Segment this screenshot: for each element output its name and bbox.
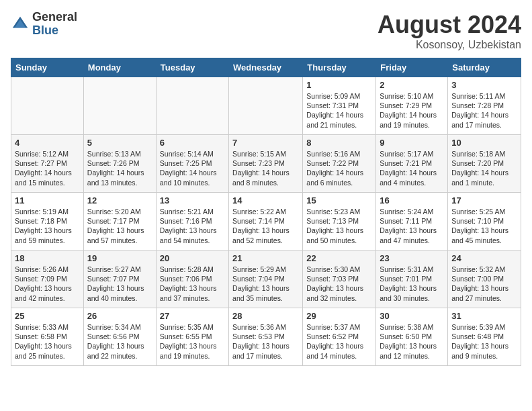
- day-number: 23: [380, 253, 444, 263]
- day-number: 4: [15, 138, 80, 148]
- logo-blue-text: Blue: [32, 24, 77, 38]
- day-number: 25: [15, 311, 80, 321]
- day-number: 1: [306, 80, 372, 90]
- day-number: 22: [306, 253, 372, 263]
- calendar-cell: [83, 77, 156, 135]
- day-info: Sunrise: 5:28 AMSunset: 7:06 PMDaylight:…: [160, 265, 225, 303]
- day-number: 19: [87, 253, 152, 263]
- day-number: 28: [232, 311, 299, 321]
- day-info: Sunrise: 5:23 AMSunset: 7:13 PMDaylight:…: [306, 207, 372, 245]
- day-info: Sunrise: 5:11 AMSunset: 7:28 PMDaylight:…: [451, 91, 517, 130]
- day-number: 31: [451, 311, 517, 321]
- calendar-cell: 17Sunrise: 5:25 AMSunset: 7:10 PMDayligh…: [448, 193, 521, 250]
- day-number: 12: [87, 195, 152, 205]
- day-number: 7: [232, 138, 299, 148]
- day-info: Sunrise: 5:30 AMSunset: 7:03 PMDaylight:…: [306, 265, 372, 303]
- day-info: Sunrise: 5:25 AMSunset: 7:10 PMDaylight:…: [451, 207, 517, 245]
- calendar-cell: [11, 77, 84, 135]
- calendar-week-4: 18Sunrise: 5:26 AMSunset: 7:09 PMDayligh…: [11, 250, 521, 308]
- day-info: Sunrise: 5:35 AMSunset: 6:55 PMDaylight:…: [160, 322, 225, 361]
- day-number: 20: [160, 253, 225, 263]
- day-number: 30: [380, 311, 444, 321]
- day-number: 17: [451, 195, 517, 205]
- calendar-cell: 19Sunrise: 5:27 AMSunset: 7:07 PMDayligh…: [83, 250, 156, 308]
- day-number: 9: [380, 138, 444, 148]
- day-number: 5: [87, 138, 152, 148]
- calendar-cell: 15Sunrise: 5:23 AMSunset: 7:13 PMDayligh…: [303, 193, 376, 250]
- day-number: 24: [451, 253, 517, 263]
- calendar-table: SundayMondayTuesdayWednesdayThursdayFrid…: [11, 58, 521, 366]
- day-info: Sunrise: 5:31 AMSunset: 7:01 PMDaylight:…: [380, 265, 444, 303]
- day-number: 16: [380, 195, 444, 205]
- day-info: Sunrise: 5:37 AMSunset: 6:52 PMDaylight:…: [306, 322, 372, 361]
- day-info: Sunrise: 5:27 AMSunset: 7:07 PMDaylight:…: [87, 265, 152, 303]
- calendar-cell: 26Sunrise: 5:34 AMSunset: 6:56 PMDayligh…: [83, 308, 156, 366]
- calendar-cell: 22Sunrise: 5:30 AMSunset: 7:03 PMDayligh…: [303, 250, 376, 308]
- calendar-cell: 4Sunrise: 5:12 AMSunset: 7:27 PMDaylight…: [11, 135, 84, 193]
- day-info: Sunrise: 5:20 AMSunset: 7:17 PMDaylight:…: [87, 207, 152, 245]
- day-number: 18: [15, 253, 80, 263]
- day-info: Sunrise: 5:10 AMSunset: 7:29 PMDaylight:…: [380, 91, 444, 130]
- calendar-cell: [156, 77, 228, 135]
- day-number: 27: [160, 311, 225, 321]
- day-info: Sunrise: 5:14 AMSunset: 7:25 PMDaylight:…: [160, 149, 225, 187]
- day-number: 10: [451, 138, 517, 148]
- calendar-cell: 25Sunrise: 5:33 AMSunset: 6:58 PMDayligh…: [11, 308, 84, 366]
- page-header: General Blue August 2024 Kosonsoy, Uzbek…: [11, 11, 521, 51]
- day-info: Sunrise: 5:19 AMSunset: 7:18 PMDaylight:…: [15, 207, 80, 245]
- calendar-week-1: 1Sunrise: 5:09 AMSunset: 7:31 PMDaylight…: [11, 77, 521, 135]
- day-info: Sunrise: 5:17 AMSunset: 7:21 PMDaylight:…: [380, 149, 444, 187]
- calendar-cell: 3Sunrise: 5:11 AMSunset: 7:28 PMDaylight…: [448, 77, 521, 135]
- logo-text: General Blue: [32, 11, 77, 38]
- day-header-sunday: Sunday: [11, 58, 84, 77]
- day-info: Sunrise: 5:15 AMSunset: 7:23 PMDaylight:…: [232, 149, 299, 187]
- day-number: 13: [160, 195, 225, 205]
- day-info: Sunrise: 5:22 AMSunset: 7:14 PMDaylight:…: [232, 207, 299, 245]
- calendar-cell: 27Sunrise: 5:35 AMSunset: 6:55 PMDayligh…: [156, 308, 228, 366]
- day-number: 8: [306, 138, 372, 148]
- day-header-thursday: Thursday: [303, 58, 376, 77]
- logo-icon: [11, 15, 30, 34]
- calendar-cell: 23Sunrise: 5:31 AMSunset: 7:01 PMDayligh…: [376, 250, 448, 308]
- calendar-cell: 24Sunrise: 5:32 AMSunset: 7:00 PMDayligh…: [448, 250, 521, 308]
- calendar-cell: 1Sunrise: 5:09 AMSunset: 7:31 PMDaylight…: [303, 77, 376, 135]
- calendar-cell: 6Sunrise: 5:14 AMSunset: 7:25 PMDaylight…: [156, 135, 228, 193]
- day-header-monday: Monday: [83, 58, 156, 77]
- calendar-week-5: 25Sunrise: 5:33 AMSunset: 6:58 PMDayligh…: [11, 308, 521, 366]
- calendar-cell: 18Sunrise: 5:26 AMSunset: 7:09 PMDayligh…: [11, 250, 84, 308]
- day-number: 29: [306, 311, 372, 321]
- logo-general-text: General: [32, 11, 77, 24]
- calendar-cell: 30Sunrise: 5:38 AMSunset: 6:50 PMDayligh…: [376, 308, 448, 366]
- subtitle: Kosonsoy, Uzbekistan: [378, 39, 521, 51]
- day-info: Sunrise: 5:36 AMSunset: 6:53 PMDaylight:…: [232, 322, 299, 361]
- day-header-saturday: Saturday: [448, 58, 521, 77]
- calendar-cell: 10Sunrise: 5:18 AMSunset: 7:20 PMDayligh…: [448, 135, 521, 193]
- calendar-cell: 13Sunrise: 5:21 AMSunset: 7:16 PMDayligh…: [156, 193, 228, 250]
- main-title: August 2024: [378, 11, 521, 39]
- calendar-cell: 16Sunrise: 5:24 AMSunset: 7:11 PMDayligh…: [376, 193, 448, 250]
- day-number: 15: [306, 195, 372, 205]
- logo: General Blue: [11, 11, 77, 38]
- calendar-cell: 7Sunrise: 5:15 AMSunset: 7:23 PMDaylight…: [229, 135, 303, 193]
- day-info: Sunrise: 5:33 AMSunset: 6:58 PMDaylight:…: [15, 322, 80, 361]
- calendar-cell: [229, 77, 303, 135]
- day-info: Sunrise: 5:39 AMSunset: 6:48 PMDaylight:…: [451, 322, 517, 361]
- day-number: 21: [232, 253, 299, 263]
- day-header-friday: Friday: [376, 58, 448, 77]
- calendar-cell: 21Sunrise: 5:29 AMSunset: 7:04 PMDayligh…: [229, 250, 303, 308]
- day-info: Sunrise: 5:29 AMSunset: 7:04 PMDaylight:…: [232, 265, 299, 303]
- day-info: Sunrise: 5:16 AMSunset: 7:22 PMDaylight:…: [306, 149, 372, 187]
- day-info: Sunrise: 5:32 AMSunset: 7:00 PMDaylight:…: [451, 265, 517, 303]
- day-info: Sunrise: 5:24 AMSunset: 7:11 PMDaylight:…: [380, 207, 444, 245]
- day-number: 3: [451, 80, 517, 90]
- calendar-cell: 29Sunrise: 5:37 AMSunset: 6:52 PMDayligh…: [303, 308, 376, 366]
- day-info: Sunrise: 5:26 AMSunset: 7:09 PMDaylight:…: [15, 265, 80, 303]
- day-info: Sunrise: 5:09 AMSunset: 7:31 PMDaylight:…: [306, 91, 372, 130]
- calendar-cell: 9Sunrise: 5:17 AMSunset: 7:21 PMDaylight…: [376, 135, 448, 193]
- calendar-cell: 20Sunrise: 5:28 AMSunset: 7:06 PMDayligh…: [156, 250, 228, 308]
- calendar-cell: 14Sunrise: 5:22 AMSunset: 7:14 PMDayligh…: [229, 193, 303, 250]
- day-info: Sunrise: 5:34 AMSunset: 6:56 PMDaylight:…: [87, 322, 152, 361]
- day-header-wednesday: Wednesday: [229, 58, 303, 77]
- day-info: Sunrise: 5:13 AMSunset: 7:26 PMDaylight:…: [87, 149, 152, 187]
- calendar-cell: 8Sunrise: 5:16 AMSunset: 7:22 PMDaylight…: [303, 135, 376, 193]
